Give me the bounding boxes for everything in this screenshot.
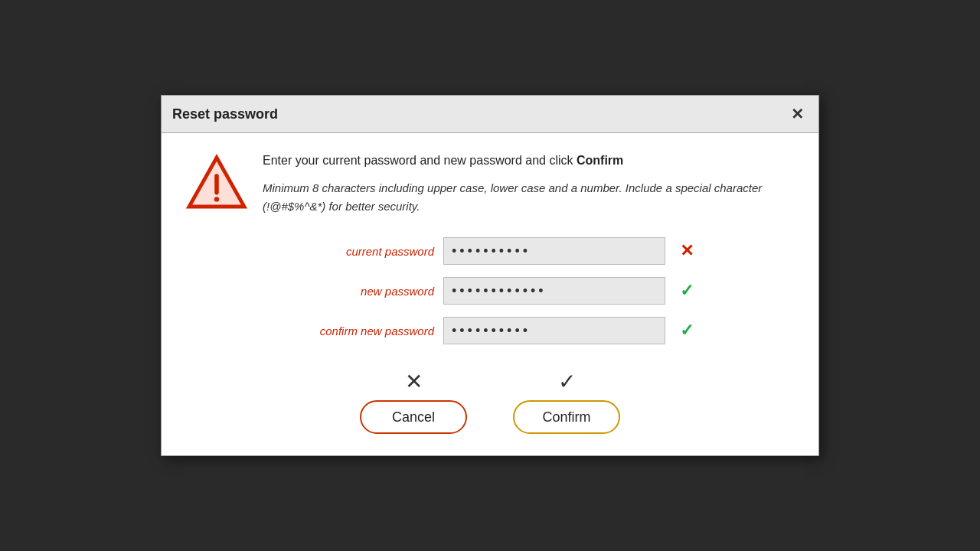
cancel-icon: ✕ xyxy=(405,369,423,394)
buttons-section: ✕ Cancel ✓ Confirm xyxy=(186,369,794,434)
confirm-password-label: confirm new password xyxy=(281,324,434,337)
confirm-button[interactable]: Confirm xyxy=(513,400,620,434)
dialog-title: Reset password xyxy=(172,106,278,122)
new-password-status: ✓ xyxy=(675,279,699,303)
info-section: Enter your current password and new pass… xyxy=(186,152,794,216)
info-main: Enter your current password and new pass… xyxy=(263,152,794,170)
info-text: Enter your current password and new pass… xyxy=(263,152,794,216)
current-password-status: ✕ xyxy=(675,239,699,263)
reset-password-dialog: Reset password ✕ Enter your current pass… xyxy=(161,95,819,456)
field-row: confirm new password ✓ xyxy=(201,317,779,344)
confirm-password-status: ✓ xyxy=(675,318,699,343)
fields-section: current password ✕ new password ✓ confir… xyxy=(186,237,794,344)
new-password-label: new password xyxy=(281,285,434,298)
dialog-titlebar: Reset password ✕ xyxy=(162,96,818,133)
field-row: current password ✕ xyxy=(201,237,779,265)
dialog-body: Enter your current password and new pass… xyxy=(162,133,818,455)
warning-icon xyxy=(186,152,247,213)
svg-point-3 xyxy=(214,197,219,201)
confirm-group: ✓ Confirm xyxy=(513,369,620,434)
close-button[interactable]: ✕ xyxy=(786,103,808,125)
new-password-input[interactable] xyxy=(443,277,665,305)
confirm-password-input[interactable] xyxy=(443,317,665,344)
field-row: new password ✓ xyxy=(201,277,779,305)
confirm-icon: ✓ xyxy=(558,369,576,394)
cancel-button[interactable]: Cancel xyxy=(360,400,467,434)
current-password-label: current password xyxy=(281,245,434,258)
cancel-group: ✕ Cancel xyxy=(360,369,467,434)
info-hint: Minimum 8 characters including upper cas… xyxy=(263,179,794,216)
current-password-input[interactable] xyxy=(443,237,665,265)
